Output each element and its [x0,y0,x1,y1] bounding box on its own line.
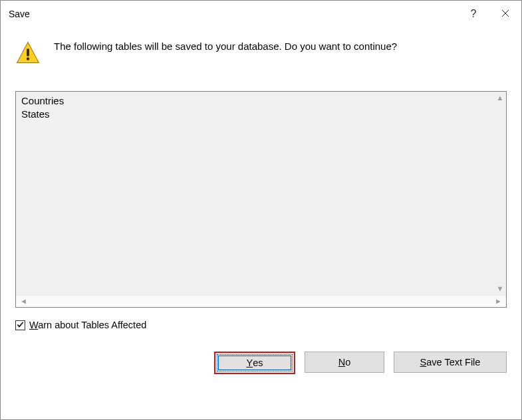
list-item[interactable]: Countries [21,94,489,108]
scroll-right-icon: ► [495,298,502,305]
dialog-buttons: Yes No Save Text File [15,352,507,374]
warning-icon [15,41,41,66]
list-item[interactable]: States [21,108,489,121]
scroll-up-icon: ▲ [497,94,504,102]
message-row: The following tables will be saved to yo… [15,39,507,66]
close-icon [501,8,509,20]
svg-rect-4 [27,49,29,56]
yes-button[interactable]: Yes [217,354,293,371]
no-button[interactable]: No [305,352,384,373]
save-text-file-button[interactable]: Save Text File [394,352,507,373]
window-title: Save [9,9,30,19]
dialog-content: The following tables will be saved to yo… [1,27,521,419]
tables-listbox[interactable]: Countries States ▲ ▼ ◄ ► [15,91,507,308]
horizontal-scrollbar[interactable]: ◄ ► [16,295,506,307]
close-button[interactable] [489,1,521,27]
help-button[interactable]: ? [457,1,489,27]
help-icon: ? [471,8,477,20]
dialog-message: The following tables will be saved to yo… [54,39,397,52]
warn-checkbox[interactable] [15,320,25,330]
titlebar-controls: ? [457,1,521,27]
scroll-left-icon: ◄ [20,298,27,305]
titlebar: Save ? [1,1,521,27]
scroll-down-icon: ▼ [497,285,504,292]
svg-point-5 [27,57,29,60]
vertical-scrollbar[interactable]: ▲ ▼ [494,92,506,295]
check-icon [17,321,24,330]
yes-button-wrap: Yes [214,352,295,374]
warn-checkbox-row: Warn about Tables Affected [15,320,507,330]
warn-checkbox-label[interactable]: Warn about Tables Affected [29,320,146,330]
listbox-content: Countries States [16,92,494,295]
